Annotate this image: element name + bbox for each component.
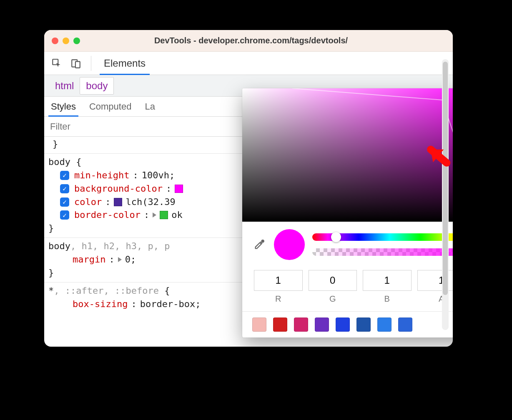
channel-g-label: G: [309, 294, 357, 304]
tab-elements-label: Elements: [104, 58, 146, 69]
property-name[interactable]: box-sizing: [73, 298, 128, 311]
property-value[interactable]: ok: [171, 208, 183, 222]
property-value[interactable]: 100vh;: [142, 169, 175, 182]
palette-swatch[interactable]: [356, 318, 371, 332]
minimize-dot[interactable]: [63, 38, 69, 44]
toggle-checkbox[interactable]: ✓: [60, 210, 69, 220]
tab-elements[interactable]: Elements: [100, 52, 150, 75]
scrollbar-thumb[interactable]: [443, 62, 448, 295]
breadcrumb-html[interactable]: html: [49, 78, 80, 94]
palette-swatch[interactable]: [377, 318, 392, 332]
toggle-checkbox[interactable]: ✓: [60, 198, 69, 207]
toggle-checkbox[interactable]: ✓: [60, 171, 69, 180]
property-value[interactable]: 0;: [125, 253, 136, 266]
toolbar-separator: [91, 56, 91, 71]
vertical-scrollbar[interactable]: [442, 59, 449, 330]
channel-r-input[interactable]: [254, 270, 303, 291]
maximize-dot[interactable]: [73, 38, 80, 44]
expand-icon[interactable]: [153, 212, 156, 218]
property-value[interactable]: border-box;: [140, 298, 201, 311]
alpha-slider[interactable]: [312, 248, 453, 256]
hue-thumb[interactable]: [331, 232, 341, 242]
main-toolbar: Elements: [44, 52, 453, 75]
palette-swatch[interactable]: [252, 318, 266, 332]
color-picker-popover: sRGB R: [242, 88, 453, 338]
svg-point-3: [262, 240, 264, 242]
selector[interactable]: body: [48, 157, 70, 167]
expand-icon[interactable]: [118, 257, 122, 262]
saturation-field[interactable]: sRGB: [242, 88, 453, 222]
color-palette: [242, 311, 453, 338]
color-swatch[interactable]: [160, 211, 168, 219]
palette-swatch[interactable]: [315, 318, 329, 332]
device-toggle-icon[interactable]: [69, 57, 83, 70]
palette-swatch[interactable]: [273, 318, 287, 332]
color-swatch[interactable]: [175, 185, 183, 193]
property-name[interactable]: margin: [73, 253, 105, 266]
color-swatch[interactable]: [114, 198, 122, 206]
channel-inputs: R G B A: [242, 268, 453, 311]
close-dot[interactable]: [52, 38, 58, 44]
hue-slider[interactable]: [312, 233, 453, 241]
property-name[interactable]: color: [74, 195, 102, 209]
titlebar: DevTools - developer.chrome.com/tags/dev…: [44, 30, 453, 52]
property-name[interactable]: border-color: [74, 208, 141, 222]
channel-g-input[interactable]: [309, 270, 357, 291]
subtab-layout[interactable]: La: [143, 97, 156, 116]
channel-r-label: R: [254, 294, 303, 304]
subtab-styles[interactable]: Styles: [49, 97, 78, 116]
svg-rect-2: [75, 61, 80, 68]
devtools-window: DevTools - developer.chrome.com/tags/dev…: [44, 30, 453, 347]
eyedropper-icon[interactable]: [252, 238, 266, 252]
property-name[interactable]: min-height: [74, 169, 129, 182]
gamut-boundary-line: [242, 88, 453, 222]
toggle-checkbox[interactable]: ✓: [60, 184, 69, 193]
current-color-circle: [274, 229, 305, 260]
palette-swatch[interactable]: [398, 318, 412, 332]
inspect-icon[interactable]: [50, 57, 63, 70]
subtab-computed[interactable]: Computed: [88, 97, 133, 116]
property-name[interactable]: background-color: [74, 182, 163, 195]
channel-b-input[interactable]: [363, 270, 412, 291]
window-controls: [52, 38, 80, 44]
palette-swatch[interactable]: [336, 318, 350, 332]
palette-swatch[interactable]: [294, 318, 308, 332]
channel-b-label: B: [363, 294, 412, 304]
breadcrumb-body[interactable]: body: [80, 77, 114, 95]
property-value[interactable]: lch(32.39: [125, 195, 175, 209]
window-title: DevTools - developer.chrome.com/tags/dev…: [84, 36, 418, 45]
